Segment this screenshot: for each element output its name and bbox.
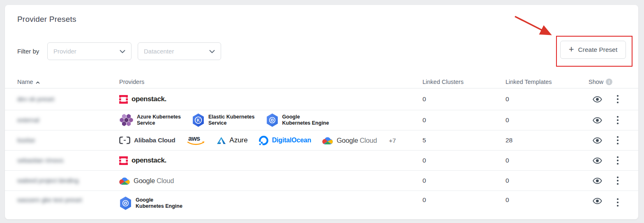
show-credentials-button[interactable] — [591, 176, 604, 186]
eye-icon — [593, 178, 602, 184]
linked-clusters-value: 0 — [422, 116, 506, 124]
openstack-logotype: openstack. — [132, 156, 166, 165]
show-credentials-button[interactable] — [591, 95, 604, 104]
show-credentials-button[interactable] — [591, 116, 604, 125]
table-row: wassem gke test preset GoogleKubernetes … — [5, 191, 638, 223]
sort-ascending-icon — [36, 79, 40, 85]
row-actions-menu-button[interactable] — [615, 196, 621, 209]
provider-google-cloud: GoogleCloud — [119, 177, 174, 185]
providers-cell: GoogleKubernetes Engine — [119, 196, 422, 210]
column-header-providers[interactable]: Providers — [119, 79, 422, 85]
preset-name: wassem gke test preset — [17, 196, 82, 203]
table-row: sebastian rimovs openstack. 0 0 — [5, 151, 638, 171]
providers-cell: openstack. — [119, 95, 422, 104]
provider-openstack: openstack. — [119, 95, 166, 104]
google-cloud-icon — [119, 177, 130, 185]
eye-icon — [593, 137, 602, 144]
preset-name: dev ok preset — [17, 95, 54, 102]
providers-cell: Azure KubernetesService K Elastic Kubern… — [119, 113, 422, 127]
kebab-menu-icon — [616, 116, 619, 125]
annotation-arrow — [510, 12, 559, 40]
gke-label: GoogleKubernetes Engine — [136, 197, 182, 209]
google-cloud-icon — [322, 136, 333, 145]
provider-google-cloud: GoogleCloud — [322, 136, 377, 145]
linked-templates-value: 0 — [506, 157, 589, 164]
provider-azure-kubernetes-service: Azure KubernetesService — [119, 114, 181, 126]
row-actions-menu-button[interactable] — [615, 134, 621, 146]
provider-digitalocean: DigitalOcean — [259, 136, 311, 145]
datacenter-filter-placeholder: Datacenter — [144, 48, 174, 55]
linked-templates-value: 0 — [506, 116, 589, 124]
column-header-linked-clusters[interactable]: Linked Clusters — [422, 79, 506, 85]
table-header-row: Name Providers Linked Clusters Linked Te… — [5, 75, 638, 88]
plus-icon: + — [569, 45, 574, 54]
row-actions-menu-button[interactable] — [615, 154, 621, 167]
provider-filter-select[interactable]: Provider — [47, 42, 132, 60]
eye-icon — [593, 198, 602, 204]
aws-icon: aws — [186, 135, 206, 146]
table-body: dev ok preset openstack. 0 0 ex — [5, 88, 638, 223]
linked-templates-value: 0 — [506, 177, 589, 184]
openstack-icon — [119, 156, 128, 165]
linked-templates-value: 28 — [506, 137, 589, 144]
provider-google-kubernetes-engine: GoogleKubernetes Engine — [266, 113, 329, 127]
gke-icon — [266, 113, 279, 127]
row-actions-menu-button[interactable] — [615, 174, 621, 187]
info-icon[interactable]: i — [606, 79, 612, 85]
gke-icon — [119, 196, 132, 210]
provider-openstack: openstack. — [119, 156, 166, 165]
providers-cell: GoogleCloud — [119, 177, 422, 185]
provider-aws: aws — [186, 135, 206, 146]
openstack-logotype: openstack. — [132, 95, 166, 103]
linked-clusters-value: 5 — [422, 137, 506, 144]
column-header-name[interactable]: Name — [17, 79, 119, 85]
provider-presets-card: Provider Presets Filter by Provider Data… — [5, 5, 638, 219]
column-header-linked-templates[interactable]: Linked Templates — [506, 79, 589, 85]
google-cloud-logotype: GoogleCloud — [337, 137, 377, 144]
provider-alibaba-cloud: AlibabaCloud — [119, 137, 175, 144]
chevron-down-icon — [120, 48, 125, 55]
chevron-down-icon — [209, 48, 215, 55]
row-actions-menu-button[interactable] — [615, 114, 621, 126]
eks-icon: K — [192, 113, 205, 127]
azure-icon — [217, 137, 226, 144]
eye-icon — [593, 158, 602, 164]
preset-name: sebastian rimovs — [17, 157, 64, 164]
eks-label: Elastic KubernetesService — [208, 114, 255, 126]
eye-icon — [593, 96, 602, 102]
create-preset-label: Create Preset — [578, 46, 618, 53]
aks-icon — [119, 114, 133, 126]
providers-cell: AlibabaCloud aws Azure DigitalOcean — [119, 135, 422, 146]
aks-label: Azure KubernetesService — [137, 114, 181, 126]
provider-filter-placeholder: Provider — [53, 48, 76, 55]
kebab-menu-icon — [616, 156, 619, 165]
linked-templates-value: 0 — [506, 95, 589, 103]
page-title: Provider Presets — [17, 15, 76, 24]
svg-text:aws: aws — [188, 135, 200, 142]
show-credentials-button[interactable] — [591, 156, 604, 165]
linked-clusters-value: 0 — [422, 196, 506, 204]
table-row: waleed project binding GoogleCloud 0 0 — [5, 171, 638, 191]
row-actions-menu-button[interactable] — [615, 93, 621, 105]
table-row: koolse AlibabaCloud aws Azure Digita — [5, 130, 638, 151]
alibaba-cloud-logotype: AlibabaCloud — [134, 137, 175, 144]
datacenter-filter-select[interactable]: Datacenter — [138, 42, 221, 60]
kebab-menu-icon — [616, 176, 619, 185]
show-credentials-button[interactable] — [591, 196, 604, 206]
show-credentials-button[interactable] — [591, 136, 604, 145]
filter-by-label: Filter by — [17, 42, 39, 60]
providers-cell: openstack. — [119, 156, 422, 165]
more-providers-count: +7 — [389, 137, 396, 144]
azure-logotype: Azure — [229, 136, 247, 144]
linked-templates-value: 0 — [506, 196, 589, 204]
digitalocean-logotype: DigitalOcean — [272, 137, 311, 144]
linked-clusters-value: 0 — [422, 95, 506, 103]
provider-azure: Azure — [217, 136, 247, 144]
kebab-menu-icon — [616, 136, 619, 145]
column-header-show: Show i — [589, 79, 614, 85]
openstack-icon — [119, 95, 128, 104]
create-preset-button[interactable]: + Create Preset — [560, 41, 626, 59]
preset-name: waleed project binding — [17, 177, 78, 184]
svg-text:K: K — [197, 118, 200, 123]
presets-table: Name Providers Linked Clusters Linked Te… — [5, 75, 638, 223]
